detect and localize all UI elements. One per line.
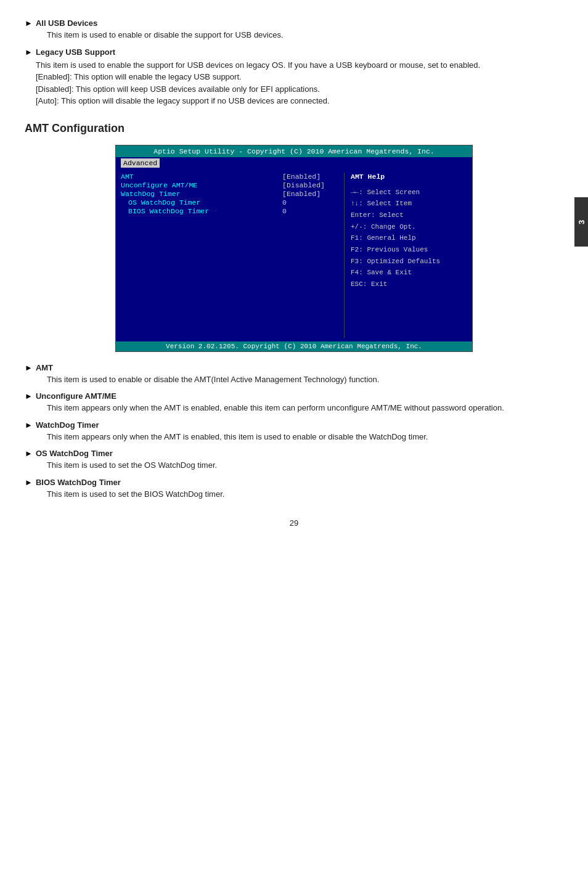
bios-watchdog-item: ► BIOS WatchDog Timer This item is used … [25, 478, 563, 501]
os-watchdog-item: ► OS WatchDog Timer This item is used to… [25, 449, 563, 472]
bios-nav-line-4: +/-: Change Opt. [351, 221, 467, 233]
bios-value-unconfigure: [Disabled] [282, 181, 338, 189]
legacy-usb-support-desc: This item is used to enable the support … [36, 59, 563, 107]
bios-value-amt: [Enabled] [282, 173, 338, 181]
bullet-arrow-unconfigure: ► [25, 391, 33, 401]
bullet-arrow-amt: ► [25, 363, 33, 372]
bullet-arrow-2: ► [25, 47, 33, 57]
legacy-usb-line3: [Disabled]: This option will keep USB de… [36, 84, 320, 94]
bios-row-unconfigure: Unconfigure AMT/ME [Disabled] [121, 181, 338, 189]
unconfigure-item: ► Unconfigure AMT/ME This item appears o… [25, 391, 563, 414]
legacy-usb-line2: [Enabled]: This option will enable the l… [36, 72, 242, 81]
bios-help-title: AMT Help [351, 173, 467, 181]
amt-desc: This item is used to enable or disable t… [47, 374, 380, 386]
bullet-arrow-1: ► [25, 18, 33, 28]
bullet-arrow-bios-watchdog: ► [25, 478, 33, 487]
legacy-usb-line1: This item is used to enable the support … [36, 60, 480, 70]
bios-label-os-watchdog: OS WatchDog Timer [121, 198, 282, 206]
amt-section-title: AMT Configuration [25, 122, 563, 135]
bios-row-watchdog: WatchDog Timer [Enabled] [121, 190, 338, 198]
bios-screen: Aptio Setup Utility - Copyright (C) 2010… [115, 145, 473, 352]
all-usb-devices-desc: This item is used to enable or disable t… [47, 29, 284, 41]
all-usb-devices-item: ► All USB Devices This item is used to e… [25, 18, 563, 41]
legacy-usb-line4: [Auto]: This option will disable the leg… [36, 96, 330, 105]
side-tab: 3 [574, 197, 588, 247]
bios-label-amt: AMT [121, 173, 282, 181]
bios-label-bios-watchdog: BIOS WatchDog Timer [121, 207, 282, 215]
bios-left-panel: AMT [Enabled] Unconfigure AMT/ME [Disabl… [121, 173, 344, 338]
unconfigure-desc: This item appears only when the AMT is e… [47, 402, 504, 414]
bios-nav-line-5: F1: General Help [351, 232, 467, 244]
bios-watchdog-title: BIOS WatchDog Timer [36, 478, 121, 487]
bios-tab-advanced[interactable]: Advanced [121, 158, 160, 168]
unconfigure-title: Unconfigure AMT/ME [36, 391, 116, 401]
usb-section: ► All USB Devices This item is used to e… [25, 18, 563, 107]
watchdog-title: WatchDog Timer [36, 420, 99, 430]
bios-row-os-watchdog: OS WatchDog Timer 0 [121, 198, 338, 206]
watchdog-item: ► WatchDog Timer This item appears only … [25, 420, 563, 443]
bios-header: Aptio Setup Utility - Copyright (C) 2010… [116, 145, 472, 157]
bios-nav-line-8: F4: Save & Exit [351, 267, 467, 279]
bios-nav-line-7: F3: Optimized Defaults [351, 256, 467, 268]
bios-value-watchdog: [Enabled] [282, 190, 338, 198]
amt-title: AMT [36, 363, 53, 372]
legacy-usb-support-item: ► Legacy USB Support [25, 47, 563, 57]
bios-label-unconfigure: Unconfigure AMT/ME [121, 181, 282, 189]
watchdog-desc: This item appears only when the AMT is e… [47, 431, 428, 443]
bios-right-panel: AMT Help →←: Select Screen ↑↓: Select It… [344, 173, 467, 338]
bios-value-os-watchdog: 0 [282, 198, 338, 206]
bios-nav-line-3: Enter: Select [351, 210, 467, 221]
bios-row-bios-watchdog: BIOS WatchDog Timer 0 [121, 207, 338, 215]
bios-row-amt: AMT [Enabled] [121, 173, 338, 181]
amt-configuration-section: AMT Configuration Aptio Setup Utility - … [25, 122, 563, 501]
amt-items-list: ► AMT This item is used to enable or dis… [25, 363, 563, 501]
bullet-arrow-watchdog: ► [25, 420, 33, 430]
bios-nav-line-9: ESC: Exit [351, 279, 467, 290]
bullet-arrow-os-watchdog: ► [25, 449, 33, 458]
bios-footer: Version 2.02.1205. Copyright (C) 2010 Am… [116, 341, 472, 351]
os-watchdog-desc: This item is used to set the OS WatchDog… [47, 459, 217, 472]
os-watchdog-title: OS WatchDog Timer [36, 449, 113, 458]
bios-label-watchdog: WatchDog Timer [121, 190, 282, 198]
bios-nav: →←: Select Screen ↑↓: Select Item Enter:… [351, 187, 467, 290]
legacy-usb-support-title: Legacy USB Support [36, 47, 115, 57]
page-number: 29 [25, 518, 563, 528]
bios-watchdog-desc: This item is used to set the BIOS WatchD… [47, 488, 225, 501]
bios-nav-line-1: →←: Select Screen [351, 187, 467, 198]
bios-tab-row: Advanced [116, 157, 472, 169]
all-usb-devices-title: All USB Devices [36, 18, 97, 28]
bios-nav-line-6: F2: Previous Values [351, 244, 467, 256]
bios-body: AMT [Enabled] Unconfigure AMT/ME [Disabl… [116, 169, 472, 341]
bios-nav-line-2: ↑↓: Select Item [351, 198, 467, 210]
amt-item: ► AMT This item is used to enable or dis… [25, 363, 563, 386]
bios-value-bios-watchdog: 0 [282, 207, 338, 215]
